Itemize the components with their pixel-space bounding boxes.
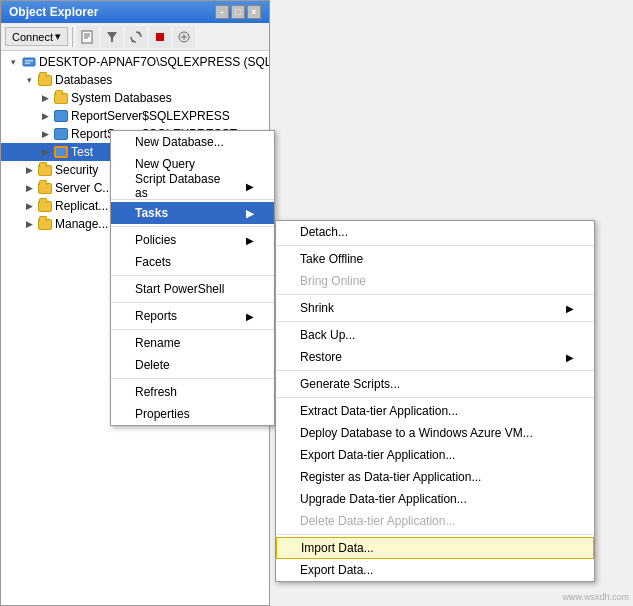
menu-take-offline[interactable]: Take Offline xyxy=(276,248,594,270)
tree-item-reportserver[interactable]: ▶ ReportServer$SQLEXPRESS xyxy=(1,107,269,125)
import-data-label: Import Data... xyxy=(301,541,374,555)
svg-rect-10 xyxy=(25,60,33,62)
refresh-button[interactable] xyxy=(125,26,147,48)
tree-item-system-databases[interactable]: ▶ System Databases xyxy=(1,89,269,107)
replication-expander[interactable]: ▶ xyxy=(21,198,37,214)
reportserver-expander[interactable]: ▶ xyxy=(37,108,53,124)
toolbar-separator-1 xyxy=(72,27,73,47)
tree-item-server[interactable]: ▾ DESKTOP-APNAF7O\SQLEXPRESS (SQL... xyxy=(1,53,269,71)
shrink-submenu-arrow: ▶ xyxy=(566,303,574,314)
menu-restore[interactable]: Restore ▶ xyxy=(276,346,594,368)
close-button[interactable]: × xyxy=(247,5,261,19)
shrink-label: Shrink xyxy=(300,301,334,315)
menu-reports[interactable]: Reports ▶ xyxy=(111,305,274,327)
menu-generate-scripts[interactable]: Generate Scripts... xyxy=(276,373,594,395)
svg-rect-11 xyxy=(25,63,30,65)
menu-tasks[interactable]: Tasks ▶ xyxy=(111,202,274,224)
security-label: Security xyxy=(55,163,98,177)
detach-label: Detach... xyxy=(300,225,348,239)
menu-export-data-tier[interactable]: Export Data-tier Application... xyxy=(276,444,594,466)
refresh-label: Refresh xyxy=(135,385,177,399)
tasks-submenu-arrow: ▶ xyxy=(246,208,254,219)
generate-scripts-label: Generate Scripts... xyxy=(300,377,400,391)
security-folder-icon xyxy=(37,162,53,178)
start-powershell-label: Start PowerShell xyxy=(135,282,224,296)
tasks-label: Tasks xyxy=(135,206,168,220)
menu-script-database-as[interactable]: Script Database as ▶ xyxy=(111,175,274,197)
restore-submenu-arrow: ▶ xyxy=(566,352,574,363)
management-expander[interactable]: ▶ xyxy=(21,216,37,232)
menu-extract-data-tier[interactable]: Extract Data-tier Application... xyxy=(276,400,594,422)
system-db-expander[interactable]: ▶ xyxy=(37,90,53,106)
new-query-label: New Query xyxy=(135,157,195,171)
minimize-button[interactable]: - xyxy=(215,5,229,19)
test-expander[interactable]: ▶ xyxy=(37,144,53,160)
reports-submenu-arrow: ▶ xyxy=(246,311,254,322)
title-bar: Object Explorer - □ × xyxy=(1,1,269,23)
reportserver-db-icon xyxy=(53,108,69,124)
menu-properties[interactable]: Properties xyxy=(111,403,274,425)
new-query-button[interactable] xyxy=(77,26,99,48)
menu-policies[interactable]: Policies ▶ xyxy=(111,229,274,251)
tasks-separator-3 xyxy=(276,321,594,322)
menu-upgrade-data-tier[interactable]: Upgrade Data-tier Application... xyxy=(276,488,594,510)
tree-item-databases[interactable]: ▾ Databases xyxy=(1,71,269,89)
reportserver-temp-expander[interactable]: ▶ xyxy=(37,126,53,142)
replication-label: Replicat... xyxy=(55,199,108,213)
security-expander[interactable]: ▶ xyxy=(21,162,37,178)
server-config-expander[interactable]: ▶ xyxy=(21,180,37,196)
system-db-folder-icon xyxy=(53,90,69,106)
extract-data-tier-label: Extract Data-tier Application... xyxy=(300,404,458,418)
export-data-label: Export Data... xyxy=(300,563,373,577)
svg-rect-9 xyxy=(23,58,35,66)
menu-rename[interactable]: Rename xyxy=(111,332,274,354)
test-label: Test xyxy=(71,145,93,159)
stop-button[interactable] xyxy=(149,26,171,48)
menu-register-data-tier[interactable]: Register as Data-tier Application... xyxy=(276,466,594,488)
primary-context-menu: New Database... New Query Script Databas… xyxy=(110,130,275,426)
separator-5 xyxy=(111,329,274,330)
filter-button[interactable] xyxy=(101,26,123,48)
upgrade-data-tier-label: Upgrade Data-tier Application... xyxy=(300,492,467,506)
databases-label: Databases xyxy=(55,73,112,87)
options-button[interactable] xyxy=(173,26,195,48)
stop-icon xyxy=(153,30,167,44)
reports-label: Reports xyxy=(135,309,177,323)
connect-button[interactable]: Connect ▾ xyxy=(5,27,68,46)
databases-expander[interactable]: ▾ xyxy=(21,72,37,88)
tasks-separator-6 xyxy=(276,534,594,535)
filter-icon xyxy=(105,30,119,44)
menu-detach[interactable]: Detach... xyxy=(276,221,594,243)
register-data-tier-label: Register as Data-tier Application... xyxy=(300,470,481,484)
separator-6 xyxy=(111,378,274,379)
delete-data-tier-label: Delete Data-tier Application... xyxy=(300,514,455,528)
server-icon xyxy=(21,54,37,70)
title-bar-buttons: - □ × xyxy=(215,5,261,19)
new-database-label: New Database... xyxy=(135,135,224,149)
properties-label: Properties xyxy=(135,407,190,421)
rename-label: Rename xyxy=(135,336,180,350)
system-databases-label: System Databases xyxy=(71,91,172,105)
script-database-submenu-arrow: ▶ xyxy=(246,181,254,192)
menu-export-data[interactable]: Export Data... xyxy=(276,559,594,581)
menu-refresh[interactable]: Refresh xyxy=(111,381,274,403)
menu-new-database[interactable]: New Database... xyxy=(111,131,274,153)
menu-deploy-azure[interactable]: Deploy Database to a Windows Azure VM... xyxy=(276,422,594,444)
tasks-separator-2 xyxy=(276,294,594,295)
menu-import-data[interactable]: Import Data... xyxy=(276,537,594,559)
menu-delete[interactable]: Delete xyxy=(111,354,274,376)
menu-shrink[interactable]: Shrink ▶ xyxy=(276,297,594,319)
management-folder-icon xyxy=(37,216,53,232)
menu-backup[interactable]: Back Up... xyxy=(276,324,594,346)
server-expander[interactable]: ▾ xyxy=(5,54,21,70)
backup-label: Back Up... xyxy=(300,328,355,342)
maximize-button[interactable]: □ xyxy=(231,5,245,19)
bring-online-label: Bring Online xyxy=(300,274,366,288)
delete-label: Delete xyxy=(135,358,170,372)
menu-start-powershell[interactable]: Start PowerShell xyxy=(111,278,274,300)
menu-facets[interactable]: Facets xyxy=(111,251,274,273)
menu-delete-data-tier: Delete Data-tier Application... xyxy=(276,510,594,532)
tasks-separator-5 xyxy=(276,397,594,398)
separator-2 xyxy=(111,226,274,227)
databases-folder-icon xyxy=(37,72,53,88)
